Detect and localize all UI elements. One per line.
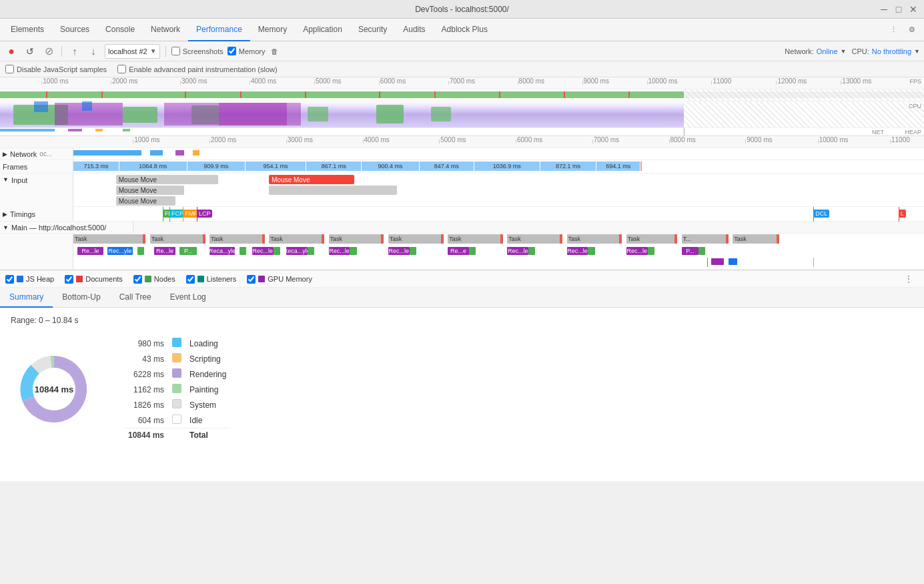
frame-bar-1[interactable]: 715.3 ms — [73, 162, 119, 171]
task-10[interactable]: Task — [626, 234, 678, 244]
tab-application[interactable]: Application — [295, 19, 350, 41]
network-value[interactable]: Online — [817, 47, 838, 55]
task-12[interactable]: Task — [733, 234, 779, 244]
input-label[interactable]: ▼ Input — [0, 174, 73, 207]
subtask-recalc-4[interactable]: Rec...le — [252, 247, 274, 255]
task-4[interactable]: Task — [269, 234, 324, 244]
gpumemory-checkbox[interactable] — [247, 275, 256, 284]
frame-bar-7[interactable]: 847.4 ms — [420, 162, 474, 171]
nodes-checkbox[interactable] — [133, 275, 142, 284]
documents-legend[interactable]: Documents — [65, 275, 123, 284]
frame-bar-5[interactable]: 867.1 ms — [306, 162, 362, 171]
tab-performance[interactable]: Performance — [188, 19, 250, 41]
memory-checkbox[interactable] — [227, 47, 236, 55]
task-8[interactable]: Task — [507, 234, 562, 244]
main-track-label[interactable]: ▼ Main — http://localhost:5000/ — [0, 222, 133, 233]
tab-call-tree[interactable]: Call Tree — [110, 288, 161, 308]
subtask-g4[interactable] — [308, 247, 314, 255]
nodes-legend[interactable]: Nodes — [133, 275, 175, 284]
subtask-g5[interactable] — [350, 247, 356, 255]
screenshots-checkbox[interactable] — [171, 47, 180, 55]
mouse-move-2[interactable]: Mouse Move — [116, 186, 184, 195]
record-button[interactable]: ● — [4, 44, 19, 59]
subtask-g10[interactable] — [648, 247, 654, 255]
profile-selector[interactable]: localhost #2 ▼ — [105, 44, 160, 59]
settings-icon[interactable]: ⚙ — [903, 21, 921, 39]
listeners-legend[interactable]: Listeners — [186, 275, 237, 284]
documents-checkbox[interactable] — [65, 275, 73, 284]
tab-security[interactable]: Security — [350, 19, 395, 41]
memory-checkbox-group[interactable]: Memory — [227, 47, 266, 55]
minimize-button[interactable]: ─ — [879, 4, 889, 15]
subtask-recalc-3[interactable]: Reca...yle — [209, 247, 235, 255]
subtask-p1[interactable]: P... — [179, 247, 197, 255]
tab-bottom-up[interactable]: Bottom-Up — [53, 288, 109, 308]
task-1[interactable]: Task — [73, 234, 145, 244]
tab-console[interactable]: Console — [97, 19, 143, 41]
cpu-value[interactable]: No throttling — [872, 47, 911, 55]
subtask-recalc-11[interactable]: Rec...le — [626, 247, 648, 255]
subtask-recalc-2[interactable]: Re...le — [154, 247, 175, 255]
frame-bar-10[interactable]: 694.1 ms — [596, 162, 640, 171]
subtask-g6[interactable] — [410, 247, 416, 255]
subtask-recalc-6[interactable]: Rec...le — [329, 247, 350, 255]
subtask-recalc-12[interactable]: P... — [682, 247, 699, 255]
mouse-move-1[interactable]: Mouse Move — [116, 175, 218, 184]
tab-memory[interactable]: Memory — [250, 19, 295, 41]
mouse-move-3[interactable]: Mouse Move — [116, 196, 175, 206]
frame-bar-3[interactable]: 909.9 ms — [187, 162, 246, 171]
upload-button[interactable]: ↑ — [67, 44, 82, 59]
frame-bar-9[interactable]: 872.1 ms — [540, 162, 596, 171]
listeners-checkbox[interactable] — [186, 275, 195, 284]
network-track-label[interactable]: ▶ Network oc... — [0, 148, 73, 160]
task-2[interactable]: Task — [150, 234, 205, 244]
advanced-paint-checkbox[interactable] — [117, 65, 126, 73]
disable-js-checkbox[interactable] — [5, 65, 14, 73]
timings-label[interactable]: ▶ Timings — [0, 207, 73, 221]
frame-bar-8[interactable]: 1036.9 ms — [474, 162, 540, 171]
subtask-recalc-5[interactable]: Reca...yle — [286, 247, 308, 255]
task-6[interactable]: Task — [388, 234, 444, 244]
subtask-g8[interactable] — [528, 247, 535, 255]
tab-summary[interactable]: Summary — [0, 288, 53, 308]
more-tabs-button[interactable]: ⋮ — [884, 25, 903, 34]
task-7[interactable]: Task — [448, 234, 503, 244]
memory-legend-menu[interactable]: ⋮ — [899, 274, 919, 284]
refresh-button[interactable]: ↺ — [23, 44, 37, 59]
gpumemory-legend[interactable]: GPU Memory — [247, 275, 312, 284]
subtask-g1[interactable] — [137, 247, 144, 255]
mouse-move-4[interactable]: Mouse Move — [269, 175, 354, 184]
subtask-g3[interactable] — [274, 247, 280, 255]
tab-audits[interactable]: Audits — [395, 19, 433, 41]
jsheap-legend[interactable]: JS Heap — [5, 275, 54, 284]
cpu-dropdown-arrow[interactable]: ▼ — [914, 48, 920, 55]
subtask-extra-2[interactable] — [729, 258, 737, 265]
clear-button[interactable]: ⊘ — [41, 44, 56, 59]
frame-bar-4[interactable]: 954.1 ms — [246, 162, 307, 171]
task-11[interactable]: T... — [682, 234, 729, 244]
frame-bar-6[interactable]: 900.4 ms — [362, 162, 420, 171]
frame-bar-2[interactable]: 1064.8 ms — [119, 162, 187, 171]
subtask-recalc-8[interactable]: Re...e — [448, 247, 469, 255]
tab-network[interactable]: Network — [143, 19, 188, 41]
mouse-move-5[interactable] — [269, 186, 396, 195]
network-dropdown-arrow[interactable]: ▼ — [841, 48, 847, 55]
subtask-recalc-7[interactable]: Rec...le — [388, 247, 410, 255]
advanced-paint-option[interactable]: Enable advanced paint instrumentation (s… — [117, 65, 278, 73]
subtask-recalc-1[interactable]: Re...le — [77, 247, 103, 255]
profile-dropdown-arrow[interactable]: ▼ — [150, 47, 157, 55]
tab-elements[interactable]: Elements — [3, 19, 52, 41]
tab-adblock[interactable]: Adblock Plus — [434, 19, 496, 41]
subtask-g9[interactable] — [588, 247, 594, 255]
maximize-button[interactable]: □ — [893, 4, 904, 15]
delete-button[interactable]: 🗑 — [271, 47, 278, 55]
task-3[interactable]: Task — [209, 234, 265, 244]
jsheap-checkbox[interactable] — [5, 275, 14, 284]
close-button[interactable]: ✕ — [908, 4, 919, 15]
tab-sources[interactable]: Sources — [52, 19, 97, 41]
subtask-restyle-1[interactable]: Rec...yle — [107, 247, 133, 255]
screenshots-checkbox-group[interactable]: Screenshots — [171, 47, 223, 55]
subtask-g7[interactable] — [469, 247, 476, 255]
download-button[interactable]: ↓ — [86, 44, 101, 59]
disable-js-option[interactable]: Disable JavaScript samples — [5, 65, 107, 73]
